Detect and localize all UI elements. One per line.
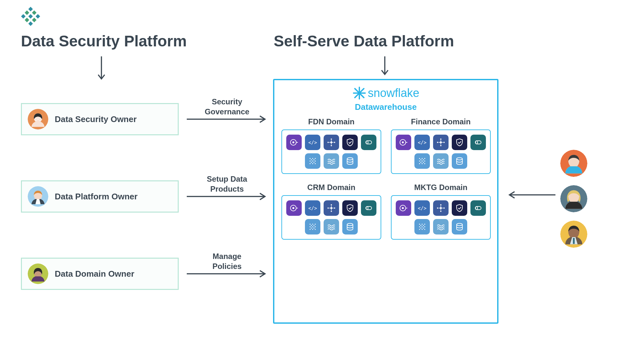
tile-ai-head-icon (396, 200, 411, 216)
tile-shield-icon (452, 200, 467, 216)
svg-point-61 (437, 142, 438, 143)
svg-point-46 (315, 160, 316, 161)
tile-database-icon (452, 153, 467, 169)
avatar-icon (560, 221, 587, 248)
svg-point-102 (309, 226, 310, 227)
domain: Finance Domain</> (391, 117, 491, 174)
svg-point-78 (419, 163, 420, 164)
svg-point-49 (309, 163, 310, 164)
tile-code-icon: </> (305, 200, 320, 216)
tile-network-icon (324, 200, 339, 216)
tile-network-icon (433, 135, 449, 150)
tile-ai-head-icon (396, 135, 411, 150)
svg-rect-5 (32, 18, 36, 22)
tile-dots-icon (414, 153, 430, 169)
svg-point-126 (419, 224, 420, 224)
arrow-down-icon (380, 55, 390, 79)
svg-point-28 (330, 141, 332, 143)
svg-point-41 (315, 158, 316, 159)
svg-point-131 (419, 226, 420, 227)
svg-point-73 (419, 160, 420, 161)
svg-point-115 (440, 207, 442, 209)
svg-rect-2 (36, 14, 40, 19)
svg-point-89 (331, 211, 332, 212)
svg-point-25 (292, 141, 294, 143)
domain: MKTG Domain</> (391, 183, 491, 240)
arrow-left-icon (506, 190, 557, 200)
svg-point-112 (402, 207, 404, 209)
domain-grid: FDN Domain</>Finance Domain</>CRM Domain… (280, 117, 491, 240)
domain: CRM Domain</> (281, 183, 381, 240)
svg-point-136 (419, 229, 420, 230)
svg-rect-8 (28, 21, 33, 26)
svg-point-77 (423, 162, 424, 163)
svg-point-116 (440, 204, 441, 205)
svg-point-108 (312, 229, 313, 230)
svg-point-99 (315, 224, 316, 224)
owner-label: Data Platform Owner (55, 192, 137, 202)
svg-point-79 (421, 163, 422, 164)
svg-point-80 (424, 163, 425, 164)
svg-point-71 (420, 159, 421, 160)
svg-point-42 (311, 159, 312, 160)
svg-point-87 (331, 204, 332, 205)
svg-point-59 (443, 142, 445, 143)
svg-point-70 (424, 158, 425, 159)
svg-point-83 (292, 207, 294, 209)
tile-code-icon: </> (414, 200, 430, 216)
avatar-icon (28, 186, 48, 207)
avatar-icon (28, 263, 48, 284)
svg-point-137 (421, 229, 422, 230)
tile-ai-head-icon (286, 200, 302, 216)
svg-point-72 (423, 159, 424, 160)
svg-point-129 (420, 225, 421, 226)
svg-point-43 (313, 159, 314, 160)
svg-point-86 (330, 207, 332, 209)
avatar-icon (560, 150, 587, 177)
tile-network-icon (324, 135, 339, 150)
svg-point-68 (419, 158, 420, 159)
domain-box: </> (281, 129, 381, 174)
svg-rect-7 (25, 18, 29, 22)
svg-point-138 (424, 229, 425, 230)
tile-waves-icon (433, 219, 449, 234)
tile-shield-icon (452, 135, 467, 150)
svg-point-50 (312, 163, 313, 164)
svg-text:</>: </> (308, 205, 317, 211)
snowflake-icon (352, 86, 366, 100)
svg-point-90 (327, 207, 329, 209)
svg-point-127 (421, 224, 422, 224)
svg-point-96 (366, 206, 368, 210)
svg-point-38 (366, 141, 368, 144)
svg-point-130 (423, 225, 424, 226)
svg-rect-3 (25, 10, 29, 15)
owner-card-platform: Data Platform Owner (21, 180, 179, 213)
svg-rect-4 (28, 14, 33, 19)
tile-database-icon (342, 153, 358, 169)
svg-point-98 (312, 224, 313, 224)
svg-point-75 (424, 160, 425, 161)
svg-point-30 (334, 142, 335, 143)
svg-text:</>: </> (418, 205, 426, 211)
tile-storage-icon (361, 200, 376, 216)
tile-shield-icon (342, 135, 358, 150)
svg-rect-6 (21, 14, 25, 19)
svg-point-88 (334, 207, 335, 209)
svg-point-104 (315, 226, 316, 227)
svg-point-134 (420, 227, 421, 228)
tile-waves-icon (433, 153, 449, 169)
svg-text:</>: </> (308, 140, 317, 146)
svg-point-109 (315, 229, 316, 230)
svg-point-44 (309, 160, 310, 161)
tile-dots-icon (305, 219, 320, 234)
svg-point-117 (443, 207, 445, 209)
snowflake-brand: snowflake (280, 86, 491, 100)
svg-point-133 (424, 226, 425, 227)
svg-point-23 (358, 92, 361, 94)
svg-rect-1 (32, 10, 36, 15)
svg-rect-143 (573, 238, 574, 244)
svg-point-135 (423, 227, 424, 228)
svg-point-103 (312, 226, 313, 227)
owner-card-security: Data Security Owner (21, 103, 179, 135)
svg-text:</>: </> (418, 140, 426, 146)
